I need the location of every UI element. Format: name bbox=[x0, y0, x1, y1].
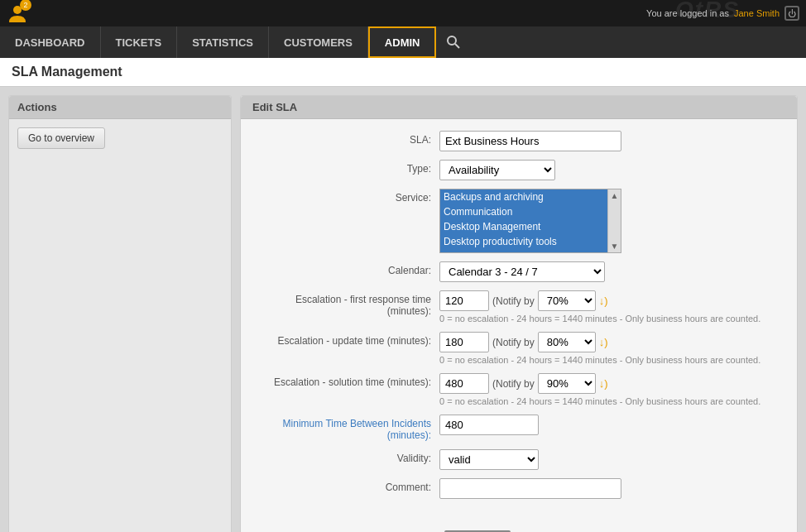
type-label: Type: bbox=[257, 160, 439, 175]
list-item[interactable]: Backups and archiving bbox=[440, 189, 607, 204]
comment-control bbox=[439, 478, 780, 499]
type-control: Availability bbox=[439, 160, 780, 180]
type-row: Type: Availability bbox=[257, 160, 780, 180]
first-response-arrow: ↓) bbox=[599, 295, 608, 307]
nav-customers[interactable]: CUSTOMERS bbox=[269, 26, 368, 58]
service-list: Backups and archivingCommunicationDeskto… bbox=[440, 189, 607, 252]
svg-line-2 bbox=[455, 44, 459, 48]
first-response-inputs: (Notify by 70%50%60%80%90% ↓) bbox=[439, 290, 780, 311]
nav-dashboard[interactable]: DASHBOARD bbox=[0, 26, 101, 58]
update-time-control: (Notify by 80%50%60%70%90% ↓) 0 = no esc… bbox=[439, 332, 780, 365]
nav-admin[interactable]: ADMIN bbox=[368, 26, 437, 58]
nav-bar: DASHBOARD TICKETS STATISTICS CUSTOMERS A… bbox=[0, 26, 806, 58]
first-response-hint: 0 = no escalation - 24 hours = 1440 minu… bbox=[439, 314, 780, 324]
first-response-row: Escalation - first response time (minute… bbox=[257, 290, 780, 324]
update-time-arrow: ↓) bbox=[599, 336, 608, 348]
list-item[interactable]: Desktop productivity tools bbox=[440, 234, 607, 249]
service-listbox[interactable]: Backups and archivingCommunicationDeskto… bbox=[439, 189, 621, 253]
go-to-overview-button[interactable]: Go to overview bbox=[17, 127, 105, 149]
solution-time-notify-select[interactable]: 90%50%60%70%80% bbox=[538, 373, 596, 394]
solution-time-inputs: (Notify by 90%50%60%70%80% ↓) bbox=[439, 373, 780, 394]
notify-by-label-1: (Notify by bbox=[492, 295, 535, 307]
nav-tickets[interactable]: TICKETS bbox=[101, 26, 178, 58]
scroll-down-arrow[interactable]: ▼ bbox=[609, 240, 621, 252]
sla-row: SLA: bbox=[257, 131, 780, 151]
service-label: Service: bbox=[257, 189, 439, 204]
update-time-row: Escalation - update time (minutes): (Not… bbox=[257, 332, 780, 365]
notify-by-label-2: (Notify by bbox=[492, 337, 535, 348]
search-icon bbox=[446, 35, 461, 50]
sla-input[interactable] bbox=[439, 131, 621, 151]
solution-time-arrow: ↓) bbox=[599, 377, 608, 390]
form-area: SLA: Type: Availability Service: bbox=[241, 119, 797, 519]
calendar-select[interactable]: Calendar 3 - 24 / 7 bbox=[439, 261, 605, 282]
min-time-row: Minimum Time Between Incidents (minutes)… bbox=[257, 415, 780, 441]
calendar-control: Calendar 3 - 24 / 7 bbox=[439, 261, 780, 282]
calendar-row: Calendar: Calendar 3 - 24 / 7 bbox=[257, 261, 780, 282]
solution-time-hint: 0 = no escalation - 24 hours = 1440 minu… bbox=[439, 396, 780, 406]
validity-control: validinvalid bbox=[439, 449, 780, 470]
type-select[interactable]: Availability bbox=[439, 160, 555, 180]
submit-area: Submit or Cancel bbox=[241, 519, 797, 532]
nav-statistics[interactable]: STATISTICS bbox=[177, 26, 269, 58]
service-control: Backups and archivingCommunicationDeskto… bbox=[439, 189, 780, 253]
sla-label: SLA: bbox=[257, 131, 439, 146]
user-info: You are logged in as Jane Smith ⏻ bbox=[646, 6, 799, 21]
update-time-hint: 0 = no escalation - 24 hours = 1440 minu… bbox=[439, 355, 780, 365]
comment-label: Comment: bbox=[257, 478, 439, 493]
top-bar: 2 OtRS You are logged in as Jane Smith ⏻ bbox=[0, 0, 806, 26]
first-response-notify-select[interactable]: 70%50%60%80%90% bbox=[538, 290, 596, 311]
nav-search-button[interactable] bbox=[436, 26, 471, 58]
svg-point-1 bbox=[448, 36, 456, 45]
logout-button[interactable]: ⏻ bbox=[784, 6, 799, 21]
username-link[interactable]: Jane Smith bbox=[734, 8, 780, 18]
update-time-input[interactable] bbox=[439, 332, 489, 352]
update-time-label: Escalation - update time (minutes): bbox=[257, 332, 439, 347]
main-layout: Actions Go to overview Edit SLA SLA: Typ… bbox=[0, 87, 806, 532]
notify-by-label-3: (Notify by bbox=[492, 378, 535, 390]
comment-row: Comment: bbox=[257, 478, 780, 499]
first-response-input[interactable] bbox=[439, 290, 489, 311]
service-row: Service: Backups and archivingCommunicat… bbox=[257, 189, 780, 253]
sla-control bbox=[439, 131, 780, 151]
solution-time-row: Escalation - solution time (minutes): (N… bbox=[257, 373, 780, 406]
avatar-area: 2 bbox=[7, 2, 28, 24]
logged-in-text: You are logged in as bbox=[646, 8, 729, 18]
sidebar-title: Actions bbox=[9, 96, 231, 119]
page-title: SLA Management bbox=[0, 58, 806, 87]
update-time-notify-select[interactable]: 80%50%60%70%90% bbox=[538, 332, 596, 352]
validity-label: Validity: bbox=[257, 449, 439, 464]
edit-sla-title: Edit SLA bbox=[241, 96, 797, 119]
list-item[interactable]: Desktop Management bbox=[440, 219, 607, 234]
first-response-label: Escalation - first response time (minute… bbox=[257, 290, 439, 317]
solution-time-input[interactable] bbox=[439, 373, 489, 394]
validity-select[interactable]: validinvalid bbox=[439, 449, 539, 470]
avatar: 2 bbox=[7, 2, 28, 24]
min-time-control bbox=[439, 415, 780, 435]
min-time-label: Minimum Time Between Incidents (minutes)… bbox=[257, 415, 439, 441]
sidebar: Actions Go to overview bbox=[8, 95, 232, 532]
validity-row: Validity: validinvalid bbox=[257, 449, 780, 470]
solution-time-control: (Notify by 90%50%60%70%80% ↓) 0 = no esc… bbox=[439, 373, 780, 406]
service-scrollbar[interactable]: ▲ ▼ bbox=[607, 189, 621, 252]
sidebar-content: Go to overview bbox=[9, 119, 231, 157]
first-response-control: (Notify by 70%50%60%80%90% ↓) 0 = no esc… bbox=[439, 290, 780, 324]
list-item[interactable]: Communication bbox=[440, 204, 607, 219]
update-time-inputs: (Notify by 80%50%60%70%90% ↓) bbox=[439, 332, 780, 352]
min-time-input[interactable] bbox=[439, 415, 539, 435]
solution-time-label: Escalation - solution time (minutes): bbox=[257, 373, 439, 388]
content-panel: Edit SLA SLA: Type: Availability bbox=[240, 95, 798, 532]
list-item[interactable]: File / Print bbox=[440, 249, 607, 252]
comment-input[interactable] bbox=[439, 478, 621, 499]
calendar-label: Calendar: bbox=[257, 261, 439, 276]
notification-badge: 2 bbox=[20, 0, 31, 11]
scroll-up-arrow[interactable]: ▲ bbox=[609, 189, 621, 202]
